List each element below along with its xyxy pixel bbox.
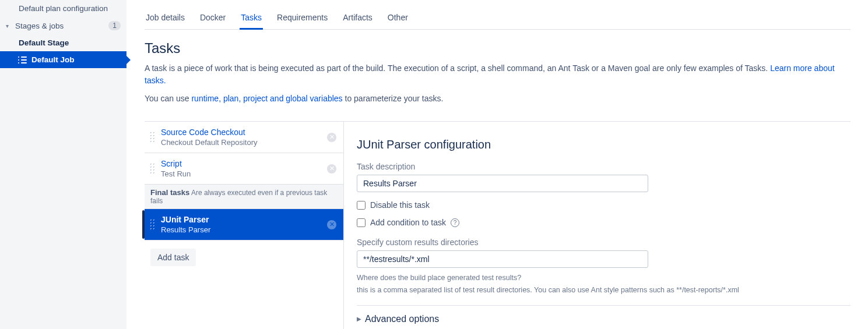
sidebar-item-default-job[interactable]: Default Job (0, 51, 126, 68)
sidebar-group-label: Stages & jobs (15, 22, 64, 30)
disable-task-checkbox[interactable] (357, 201, 366, 210)
tab-bar: Job details Docker Tasks Requirements Ar… (145, 6, 851, 30)
results-dirs-label: Specify custom results directories (357, 238, 851, 247)
list-icon (19, 56, 27, 63)
stages-count-badge: 1 (108, 21, 121, 30)
task-row[interactable]: Source Code Checkout Checkout Default Re… (145, 122, 343, 153)
task-row[interactable]: Script Test Run ✕ (145, 153, 343, 185)
tab-job-details[interactable]: Job details (145, 6, 186, 30)
task-description-label: Task description (357, 162, 851, 171)
tab-artifacts[interactable]: Artifacts (342, 6, 374, 30)
drag-handle-icon[interactable] (149, 218, 155, 231)
task-list: Source Code Checkout Checkout Default Re… (145, 122, 344, 329)
tab-tasks[interactable]: Tasks (240, 6, 263, 30)
task-subtitle: Results Parser (161, 225, 321, 234)
task-row-selected[interactable]: JUnit Parser Results Parser ✕ (145, 209, 343, 240)
sidebar-group-stages[interactable]: ▾ Stages & jobs 1 (0, 17, 126, 34)
task-config-panel: JUnit Parser configuration Task descript… (344, 122, 851, 329)
add-task-button[interactable]: Add task (150, 249, 196, 266)
sidebar: Default plan configuration ▾ Stages & jo… (0, 0, 127, 329)
main-content: Job details Docker Tasks Requirements Ar… (127, 0, 868, 329)
task-title: Source Code Checkout (161, 128, 321, 137)
tab-requirements[interactable]: Requirements (276, 6, 329, 30)
config-heading: JUnit Parser configuration (357, 138, 851, 151)
drag-handle-icon[interactable] (149, 162, 155, 175)
variables-link[interactable]: runtime, plan, project and global variab… (191, 94, 342, 103)
selection-indicator-icon (142, 210, 145, 239)
intro-paragraph-2: You can use runtime, plan, project and g… (145, 93, 851, 105)
page-title: Tasks (145, 40, 851, 56)
disable-task-label: Disable this task (370, 200, 430, 210)
task-title: JUnit Parser (161, 215, 321, 224)
delete-task-icon[interactable]: ✕ (327, 133, 336, 142)
task-subtitle: Test Run (161, 169, 321, 178)
results-dirs-hint-1: Where does the build place generated tes… (357, 273, 765, 284)
add-condition-checkbox[interactable] (357, 218, 366, 227)
chevron-down-icon: ▾ (6, 23, 13, 29)
sidebar-item-default-plan[interactable]: Default plan configuration (0, 0, 126, 17)
results-dirs-hint-2: this is a comma separated list of test r… (357, 285, 765, 296)
chevron-right-icon: ▶ (357, 316, 361, 322)
tab-other[interactable]: Other (386, 6, 409, 30)
intro-paragraph-1: A task is a piece of work that is being … (145, 62, 851, 87)
final-tasks-section-label: Final tasks Are always executed even if … (145, 185, 343, 209)
results-dirs-input[interactable] (357, 250, 648, 268)
advanced-options-label: Advanced options (365, 314, 439, 324)
sidebar-item-default-stage[interactable]: Default Stage (0, 34, 126, 51)
drag-handle-icon[interactable] (149, 131, 155, 144)
delete-task-icon[interactable]: ✕ (327, 164, 336, 174)
tab-docker[interactable]: Docker (199, 6, 227, 30)
add-condition-label: Add condition to task (370, 218, 446, 227)
advanced-options-toggle[interactable]: ▶ Advanced options (357, 305, 851, 324)
delete-task-icon[interactable]: ✕ (327, 220, 336, 229)
task-subtitle: Checkout Default Repository (161, 138, 321, 147)
sidebar-item-label: Default Job (31, 55, 75, 64)
help-icon[interactable]: ? (451, 218, 459, 227)
task-title: Script (161, 159, 321, 168)
task-description-input[interactable] (357, 175, 648, 192)
